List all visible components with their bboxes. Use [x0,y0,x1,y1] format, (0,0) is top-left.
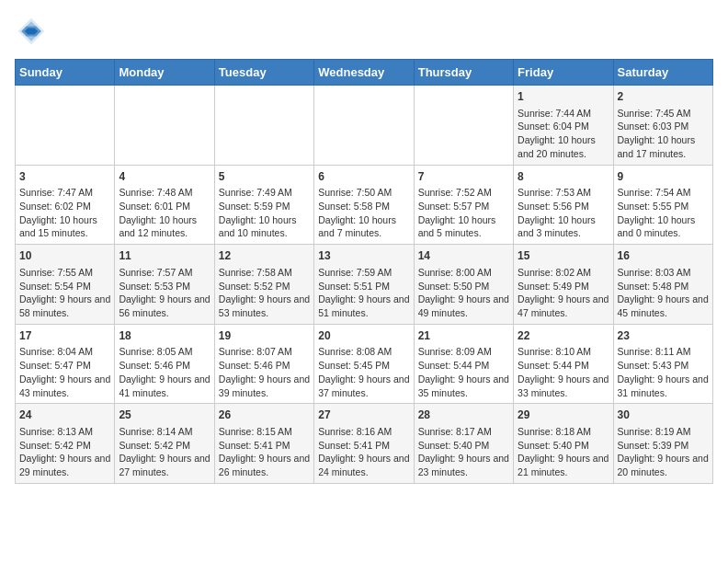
calendar-week-row: 24Sunrise: 8:13 AM Sunset: 5:42 PM Dayli… [16,404,713,484]
day-number: 28 [418,408,509,423]
day-of-week-header: Tuesday [214,60,313,86]
calendar-cell: 15Sunrise: 8:02 AM Sunset: 5:49 PM Dayli… [514,245,613,325]
day-info: Sunrise: 7:57 AM Sunset: 5:53 PM Dayligh… [119,266,210,320]
day-of-week-header: Friday [514,60,613,86]
page-header [15,15,713,48]
calendar-cell: 27Sunrise: 8:16 AM Sunset: 5:41 PM Dayli… [314,404,414,484]
day-of-week-header: Sunday [16,60,115,86]
day-info: Sunrise: 7:52 AM Sunset: 5:57 PM Dayligh… [418,186,509,240]
day-number: 18 [119,328,210,344]
day-number: 16 [618,248,709,264]
calendar-cell [16,86,115,166]
calendar-header: SundayMondayTuesdayWednesdayThursdayFrid… [16,60,713,86]
calendar-cell: 11Sunrise: 7:57 AM Sunset: 5:53 PM Dayli… [115,245,214,325]
calendar-cell: 18Sunrise: 8:05 AM Sunset: 5:46 PM Dayli… [115,324,214,404]
day-of-week-header: Monday [115,60,214,86]
day-info: Sunrise: 7:47 AM Sunset: 6:02 PM Dayligh… [19,186,110,240]
logo-icon [15,15,48,48]
day-number: 14 [418,248,509,264]
calendar-cell: 29Sunrise: 8:18 AM Sunset: 5:40 PM Dayli… [514,404,613,484]
day-number: 24 [19,408,110,423]
calendar-cell: 17Sunrise: 8:04 AM Sunset: 5:47 PM Dayli… [16,324,115,404]
day-info: Sunrise: 7:48 AM Sunset: 6:01 PM Dayligh… [119,186,210,240]
day-of-week-header: Wednesday [314,60,414,86]
calendar-cell: 9Sunrise: 7:54 AM Sunset: 5:55 PM Daylig… [613,165,712,245]
day-number: 3 [19,169,110,185]
day-number: 9 [618,169,709,185]
calendar-cell: 14Sunrise: 8:00 AM Sunset: 5:50 PM Dayli… [414,245,513,325]
calendar-week-row: 17Sunrise: 8:04 AM Sunset: 5:47 PM Dayli… [16,324,713,404]
calendar-cell: 3Sunrise: 7:47 AM Sunset: 6:02 PM Daylig… [16,165,115,245]
day-of-week-header: Thursday [414,60,513,86]
day-number: 13 [318,248,409,264]
calendar-cell: 8Sunrise: 7:53 AM Sunset: 5:56 PM Daylig… [514,165,613,245]
day-info: Sunrise: 7:50 AM Sunset: 5:58 PM Dayligh… [318,186,409,240]
calendar-cell: 20Sunrise: 8:08 AM Sunset: 5:45 PM Dayli… [314,324,414,404]
calendar-cell: 4Sunrise: 7:48 AM Sunset: 6:01 PM Daylig… [115,165,214,245]
calendar-cell: 19Sunrise: 8:07 AM Sunset: 5:46 PM Dayli… [214,324,313,404]
calendar-week-row: 3Sunrise: 7:47 AM Sunset: 6:02 PM Daylig… [16,165,713,245]
calendar-cell: 6Sunrise: 7:50 AM Sunset: 5:58 PM Daylig… [314,165,414,245]
day-info: Sunrise: 7:58 AM Sunset: 5:52 PM Dayligh… [219,266,310,320]
day-info: Sunrise: 7:54 AM Sunset: 5:55 PM Dayligh… [618,186,709,240]
day-info: Sunrise: 8:09 AM Sunset: 5:44 PM Dayligh… [418,345,509,399]
calendar-cell: 24Sunrise: 8:13 AM Sunset: 5:42 PM Dayli… [16,404,115,484]
calendar-cell: 25Sunrise: 8:14 AM Sunset: 5:42 PM Dayli… [115,404,214,484]
calendar-cell [115,86,214,166]
calendar-week-row: 1Sunrise: 7:44 AM Sunset: 6:04 PM Daylig… [16,86,713,166]
calendar-cell [314,86,414,166]
day-number: 8 [518,169,609,185]
day-number: 25 [119,408,210,423]
day-number: 12 [219,248,310,264]
day-number: 22 [518,328,609,344]
day-info: Sunrise: 8:08 AM Sunset: 5:45 PM Dayligh… [318,345,409,399]
calendar-cell: 22Sunrise: 8:10 AM Sunset: 5:44 PM Dayli… [514,324,613,404]
calendar-cell: 1Sunrise: 7:44 AM Sunset: 6:04 PM Daylig… [514,86,613,166]
calendar-cell: 21Sunrise: 8:09 AM Sunset: 5:44 PM Dayli… [414,324,513,404]
day-info: Sunrise: 8:16 AM Sunset: 5:41 PM Dayligh… [318,425,409,479]
day-number: 2 [618,89,709,105]
calendar-cell: 23Sunrise: 8:11 AM Sunset: 5:43 PM Dayli… [613,324,712,404]
day-info: Sunrise: 7:44 AM Sunset: 6:04 PM Dayligh… [518,107,609,161]
day-info: Sunrise: 8:19 AM Sunset: 5:39 PM Dayligh… [618,425,709,479]
day-number: 7 [418,169,509,185]
day-info: Sunrise: 8:17 AM Sunset: 5:40 PM Dayligh… [418,425,509,479]
day-info: Sunrise: 8:07 AM Sunset: 5:46 PM Dayligh… [219,345,310,399]
day-info: Sunrise: 7:49 AM Sunset: 5:59 PM Dayligh… [219,186,310,240]
day-info: Sunrise: 8:02 AM Sunset: 5:49 PM Dayligh… [518,266,609,320]
day-number: 19 [219,328,310,344]
day-number: 6 [318,169,409,185]
calendar-cell: 5Sunrise: 7:49 AM Sunset: 5:59 PM Daylig… [214,165,313,245]
day-number: 29 [518,408,609,423]
calendar-table: SundayMondayTuesdayWednesdayThursdayFrid… [15,59,713,484]
day-number: 23 [618,328,709,344]
day-number: 4 [119,169,210,185]
calendar-cell: 16Sunrise: 8:03 AM Sunset: 5:48 PM Dayli… [613,245,712,325]
day-number: 10 [19,248,110,264]
day-info: Sunrise: 8:15 AM Sunset: 5:41 PM Dayligh… [219,425,310,479]
day-info: Sunrise: 8:11 AM Sunset: 5:43 PM Dayligh… [618,345,709,399]
day-info: Sunrise: 7:45 AM Sunset: 6:03 PM Dayligh… [618,107,709,161]
day-number: 15 [518,248,609,264]
day-number: 11 [119,248,210,264]
calendar-cell: 28Sunrise: 8:17 AM Sunset: 5:40 PM Dayli… [414,404,513,484]
day-number: 1 [518,89,609,105]
logo [15,15,53,48]
day-number: 26 [219,408,310,423]
day-of-week-header: Saturday [613,60,712,86]
day-info: Sunrise: 8:03 AM Sunset: 5:48 PM Dayligh… [618,266,709,320]
day-info: Sunrise: 8:13 AM Sunset: 5:42 PM Dayligh… [19,425,110,479]
calendar-cell [214,86,313,166]
calendar-body: 1Sunrise: 7:44 AM Sunset: 6:04 PM Daylig… [16,86,713,484]
calendar-cell: 30Sunrise: 8:19 AM Sunset: 5:39 PM Dayli… [613,404,712,484]
day-info: Sunrise: 7:59 AM Sunset: 5:51 PM Dayligh… [318,266,409,320]
day-number: 21 [418,328,509,344]
calendar-cell: 10Sunrise: 7:55 AM Sunset: 5:54 PM Dayli… [16,245,115,325]
calendar-cell: 7Sunrise: 7:52 AM Sunset: 5:57 PM Daylig… [414,165,513,245]
day-info: Sunrise: 8:18 AM Sunset: 5:40 PM Dayligh… [518,425,609,479]
calendar-week-row: 10Sunrise: 7:55 AM Sunset: 5:54 PM Dayli… [16,245,713,325]
day-number: 20 [318,328,409,344]
day-info: Sunrise: 8:00 AM Sunset: 5:50 PM Dayligh… [418,266,509,320]
calendar-cell: 2Sunrise: 7:45 AM Sunset: 6:03 PM Daylig… [613,86,712,166]
day-info: Sunrise: 8:10 AM Sunset: 5:44 PM Dayligh… [518,345,609,399]
